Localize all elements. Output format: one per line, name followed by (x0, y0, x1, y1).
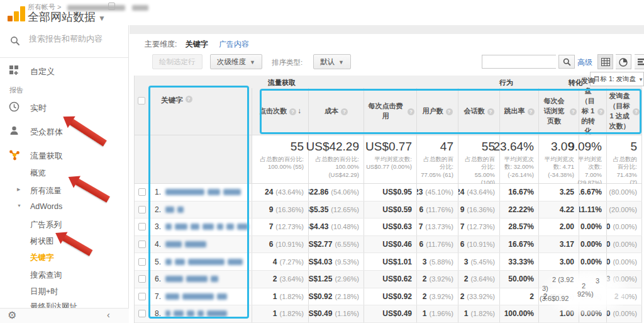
column-header-goal-conversion-rate[interactable]: 发询盘（目标 1 的转化率）? (579, 88, 607, 135)
metric-cell: 4(80.00%) (607, 184, 642, 201)
help-icon[interactable]: ? (186, 96, 192, 103)
header-label: 发询盘（目标 1 达成次数） (609, 91, 630, 132)
sidebar-item-day-time[interactable]: 日期+时 (0, 285, 129, 300)
sidebar-item-search-queries[interactable]: 搜索查询 (0, 268, 129, 283)
grid-icon[interactable] (108, 3, 115, 10)
secondary-dimension-button[interactable]: 次级维度▼ (210, 54, 262, 69)
help-icon[interactable]: ? (446, 108, 453, 115)
help-icon[interactable]: ? (570, 108, 577, 115)
column-header-users[interactable]: 用户数? (417, 88, 458, 135)
metric-cell: 0(0.00%) (607, 218, 642, 235)
table-view-button[interactable] (597, 54, 613, 69)
sidebar-item-acquisition[interactable]: 流量获取 (0, 149, 129, 164)
column-header-goal-completions[interactable]: 发询盘（目标 1 达成次数）? (607, 88, 642, 135)
table-search-input[interactable] (482, 55, 556, 69)
column-header-cpc[interactable]: 每次点击费用? (364, 88, 417, 135)
keyword-cell-redacted[interactable]: 1. (150, 184, 252, 201)
dimension-keyword-tab[interactable]: 关键字 (186, 40, 208, 48)
row-checkbox[interactable] (135, 305, 150, 322)
table-toolbar: 绘制选定行 次级维度▼ 排序类型: 默认▼ 高级 (130, 54, 644, 73)
help-icon[interactable]: ? (528, 108, 535, 115)
row-checkbox[interactable] (135, 184, 150, 201)
table-search-button[interactable] (558, 55, 575, 69)
keyword-cell-redacted[interactable]: 5. (150, 253, 252, 270)
metric-cell: 0.00% (579, 218, 607, 235)
row-rank: 3. (155, 222, 161, 231)
metric-cell: 2(3.92%) (417, 288, 458, 305)
dimension-ad-content-tab[interactable]: 广告内容 (219, 40, 249, 48)
help-icon[interactable]: ? (408, 108, 414, 115)
keyword-cell-redacted[interactable]: 8. (150, 305, 252, 322)
keyword-cell-redacted[interactable]: 7. (150, 288, 252, 305)
select-all-checkbox[interactable] (135, 88, 150, 135)
sidebar-item-customization[interactable]: 自定义 (0, 64, 129, 79)
header-label: 跳出率 (504, 106, 525, 116)
redacted-property-name (132, 5, 148, 11)
help-icon[interactable]: ? (597, 108, 604, 115)
gear-icon[interactable]: ⚙ (8, 309, 16, 321)
collapse-sidebar-icon[interactable]: ‹ (107, 310, 110, 320)
keyword-cell-redacted[interactable]: 2. (150, 201, 252, 218)
view-title: 全部网站数据 (28, 11, 96, 23)
metric-cell: 16.67% (579, 184, 607, 201)
customization-icon (9, 65, 19, 77)
metric-cell: 2 (500, 288, 539, 305)
row-checkbox[interactable] (135, 288, 150, 305)
sidebar-item-adwords[interactable]: ▼ AdWords (0, 200, 129, 215)
keyword-cell-redacted[interactable]: 6. (150, 271, 252, 288)
sort-type-dropdown[interactable]: 默认▼ (313, 54, 351, 69)
advanced-search-link[interactable]: 高级 (577, 57, 592, 68)
metric-cell: 4(7.27%) (252, 253, 309, 270)
metric-cell: 6(11.76%) (417, 236, 458, 253)
row-checkbox[interactable] (135, 236, 150, 253)
sort-type-label: 排序类型: (272, 58, 303, 67)
secondary-dimension-label: 次级维度 (217, 58, 246, 65)
bars-icon (638, 58, 644, 65)
sidebar-search[interactable] (0, 25, 129, 58)
row-checkbox[interactable] (135, 218, 150, 235)
table-row: 7.1(1.82%)US$0.92(2.18%)US$0.922(3.92%)2… (135, 288, 642, 306)
plot-rows-button[interactable]: 绘制选定行 (152, 54, 203, 69)
search-input[interactable] (29, 34, 123, 43)
help-icon[interactable]: ? (633, 108, 640, 115)
help-icon[interactable]: ? (487, 108, 494, 115)
row-checkbox[interactable] (135, 271, 150, 288)
metric-cell: 24(43.64%) (458, 184, 500, 201)
sidebar-item-keywords[interactable]: 关键字 (0, 251, 129, 266)
percentage-view-button[interactable] (616, 54, 631, 69)
chevron-down-icon: ▼ (98, 14, 106, 23)
redacted-keyword-segment (175, 224, 187, 230)
sidebar-item-label: 自定义 (30, 66, 55, 77)
help-icon[interactable]: ? (289, 108, 296, 115)
column-header-bounce-rate[interactable]: 跳出率? (500, 88, 539, 135)
keyword-cell-redacted[interactable]: 4. (150, 236, 252, 253)
chevron-down-icon: ▼ (250, 59, 255, 65)
view-selector[interactable]: 全部网站数据▼ (28, 9, 106, 25)
header-label: 成本 (325, 106, 338, 116)
metric-cell: 7(12.73%) (252, 218, 309, 235)
column-header-clicks[interactable]: 点击次数?↓ (252, 88, 309, 135)
column-header-cost[interactable]: 成本? (309, 88, 364, 135)
metric-cell: 2(3.92%) (417, 271, 458, 288)
row-rank: 1. (155, 188, 161, 196)
sidebar-item-audience[interactable]: 受众群体 (0, 125, 129, 140)
sidebar-item-label: 受众群体 (30, 127, 63, 138)
sidebar-item-overview[interactable]: 概览 (0, 166, 129, 181)
help-icon[interactable]: ? (341, 108, 348, 115)
column-header-sessions[interactable]: 会话数? (458, 88, 500, 135)
metric-cell: 1(1.82%) (458, 305, 500, 322)
row-rank: 2. (155, 205, 161, 214)
performance-view-button[interactable] (635, 54, 644, 69)
row-checkbox[interactable] (135, 253, 150, 270)
summary-bounce-rate: 23.64%平均浏览次数: 32.00% (-26.14%) (500, 135, 539, 183)
primary-dimension-label: 主要维度: (145, 40, 177, 48)
keyword-cell-redacted[interactable]: 3. (150, 218, 252, 235)
metric-cell: 0.00% (579, 305, 607, 322)
keyword-column-header[interactable]: 关键字? (150, 88, 252, 135)
metric-cell: US$5.35(12.65%) (309, 201, 364, 218)
goal-selector-dropdown[interactable]: 目标 1: 发询盘▼ (590, 72, 644, 86)
redacted-keyword-segment (208, 189, 220, 195)
column-header-pages-per-session[interactable]: 每次会话浏览页数? (539, 88, 579, 135)
row-checkbox[interactable] (135, 201, 150, 218)
redacted-keyword-segment (207, 310, 227, 317)
